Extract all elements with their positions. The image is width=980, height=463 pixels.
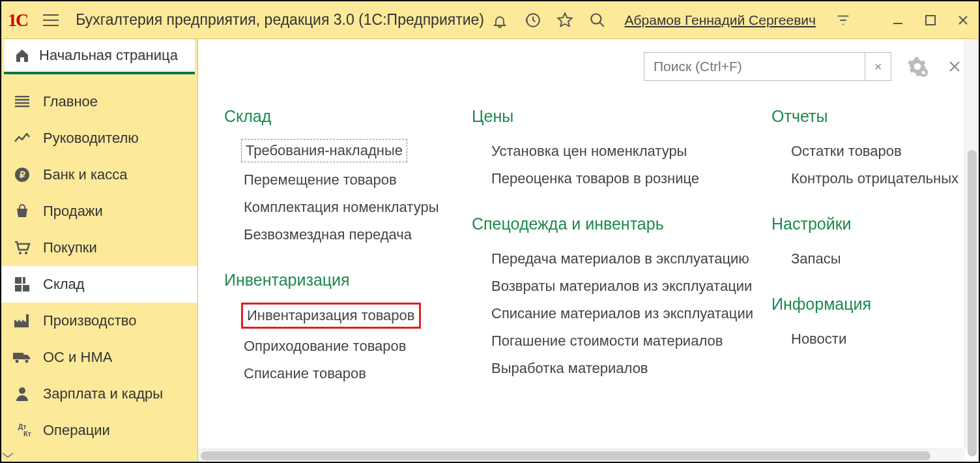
main-area: Начальная страница Главное Руководителю … — [1, 39, 979, 462]
section-head: Спецодежда и инвентарь — [472, 215, 765, 233]
link-assembly[interactable]: Комплектация номенклатуры — [224, 194, 439, 221]
person-icon — [13, 385, 31, 403]
link-requirements[interactable]: Требования-накладные — [241, 139, 407, 162]
link-issue-materials[interactable]: Передача материалов в эксплуатацию — [472, 245, 749, 273]
home-icon — [14, 48, 30, 63]
svg-point-5 — [19, 252, 22, 254]
section-warehouse: Склад Требования-накладные Перемещение т… — [224, 107, 465, 248]
svg-point-12 — [15, 359, 19, 363]
svg-point-13 — [25, 359, 29, 363]
column-2: Цены Установка цен номенклатуры Переоцен… — [472, 107, 765, 455]
scroll-thumb[interactable] — [968, 150, 977, 456]
scroll-thumb[interactable] — [201, 451, 930, 460]
search-box: × — [644, 52, 891, 81]
sidebar-item-operations[interactable]: ДтКт Операции — [1, 412, 197, 449]
sidebar-expand-button[interactable] — [1, 449, 197, 462]
content-panel: × Склад Требования-накладные Перемещение… — [198, 39, 979, 462]
minimize-icon[interactable] — [889, 11, 907, 29]
close-panel-button[interactable] — [949, 61, 960, 72]
filter-icon[interactable] — [834, 11, 852, 29]
link-negative-control[interactable]: Контроль отрицательных — [771, 165, 958, 192]
section-head: Склад — [224, 107, 465, 126]
vertical-scrollbar[interactable] — [964, 39, 979, 449]
svg-rect-11 — [13, 353, 23, 359]
ruble-icon: ₽ — [13, 166, 31, 184]
search-input[interactable] — [644, 59, 865, 74]
sidebar-item-label: Банк и касса — [43, 166, 128, 183]
home-label: Начальная страница — [39, 47, 178, 64]
factory-icon — [13, 312, 31, 330]
horizontal-scrollbar[interactable] — [198, 449, 964, 462]
link-stocks[interactable]: Запасы — [771, 245, 841, 273]
app-logo-icon: 1С — [8, 10, 27, 31]
sidebar-item-label: Операции — [43, 422, 110, 439]
boxes-icon — [13, 275, 31, 293]
sidebar-item-bank[interactable]: ₽ Банк и касса — [1, 157, 197, 193]
home-tab[interactable]: Начальная страница — [4, 39, 195, 74]
svg-rect-8 — [15, 285, 22, 291]
sidebar-item-warehouse[interactable]: Склад — [1, 266, 197, 303]
column-1: Склад Требования-накладные Перемещение т… — [224, 107, 465, 455]
section-head: Цены — [472, 107, 765, 126]
menu-icon[interactable] — [39, 8, 63, 32]
sidebar-item-assets[interactable]: ОС и НМА — [1, 339, 197, 376]
sidebar-item-sales[interactable]: Продажи — [1, 193, 197, 230]
link-free-transfer[interactable]: Безвозмездная передача — [224, 221, 412, 248]
link-output-materials[interactable]: Выработка материалов — [472, 355, 648, 382]
clear-search-button[interactable]: × — [865, 53, 891, 80]
sidebar-item-main[interactable]: Главное — [1, 83, 197, 120]
link-repay-materials[interactable]: Погашение стоимости материалов — [472, 327, 723, 355]
sidebar-item-salary[interactable]: Зарплата и кадры — [1, 376, 197, 412]
sidebar-items: Главное Руководителю ₽ Банк и касса Прод… — [1, 74, 197, 449]
section-info: Информация Новости — [771, 295, 959, 353]
sidebar-item-label: Производство — [43, 312, 136, 329]
section-head: Отчеты — [771, 107, 959, 126]
cart-icon — [13, 239, 31, 257]
bag-icon — [13, 202, 31, 220]
link-return-materials[interactable]: Возвраты материалов из эксплуатации — [472, 273, 752, 300]
section-prices: Цены Установка цен номенклатуры Переоцен… — [472, 107, 765, 192]
bell-icon[interactable] — [491, 11, 509, 29]
section-reports: Отчеты Остатки товаров Контроль отрицате… — [771, 107, 959, 192]
sidebar-item-manager[interactable]: Руководителю — [1, 120, 197, 157]
app-title: Бухгалтерия предприятия, редакция 3.0 (1… — [76, 11, 490, 29]
star-icon[interactable] — [556, 11, 574, 29]
dtKt-icon: ДтКт — [13, 421, 31, 440]
sidebar-item-label: Зарплата и кадры — [43, 385, 163, 402]
link-news[interactable]: Новости — [771, 325, 846, 353]
content-toolbar: × — [198, 39, 979, 81]
section-inventory: Инвентаризация Инвентаризация товаров Оп… — [224, 271, 465, 387]
sidebar-item-purchases[interactable]: Покупки — [1, 230, 197, 266]
history-icon[interactable] — [523, 11, 541, 29]
sidebar-item-production[interactable]: Производство — [1, 303, 197, 339]
link-set-prices[interactable]: Установка цен номенклатуры — [472, 138, 687, 165]
link-stock-balance[interactable]: Остатки товаров — [771, 138, 902, 165]
svg-rect-10 — [23, 285, 29, 291]
link-writeoff-materials[interactable]: Списание материалов из эксплуатации — [472, 300, 753, 327]
search-icon[interactable] — [588, 11, 607, 29]
close-icon[interactable] — [954, 11, 972, 29]
user-name[interactable]: Абрамов Геннадий Сергеевич — [625, 12, 816, 28]
link-move-goods[interactable]: Перемещение товаров — [224, 166, 397, 194]
maximize-icon[interactable] — [921, 11, 940, 29]
section-head: Инвентаризация — [224, 271, 465, 290]
svg-rect-7 — [15, 277, 22, 284]
link-revalue-retail[interactable]: Переоценка товаров в рознице — [472, 165, 699, 192]
link-goods-receipt[interactable]: Оприходование товаров — [224, 333, 407, 360]
column-3: Отчеты Остатки товаров Контроль отрицате… — [771, 107, 959, 455]
svg-point-6 — [25, 252, 27, 254]
svg-point-14 — [19, 387, 25, 394]
sidebar: Начальная страница Главное Руководителю … — [1, 39, 198, 462]
section-settings: Настройки Запасы — [771, 215, 959, 273]
gear-icon[interactable] — [907, 56, 928, 77]
sidebar-item-label: ОС и НМА — [43, 349, 112, 366]
titlebar-actions: Абрамов Геннадий Сергеевич — [491, 11, 972, 29]
svg-rect-9 — [23, 277, 25, 284]
section-head: Информация — [771, 295, 959, 314]
link-goods-inventory[interactable]: Инвентаризация товаров — [241, 303, 421, 329]
link-goods-writeoff[interactable]: Списание товаров — [224, 360, 366, 387]
svg-text:₽: ₽ — [20, 170, 25, 180]
svg-point-16 — [922, 71, 925, 74]
sidebar-item-label: Главное — [43, 93, 98, 110]
list-icon — [13, 93, 31, 111]
